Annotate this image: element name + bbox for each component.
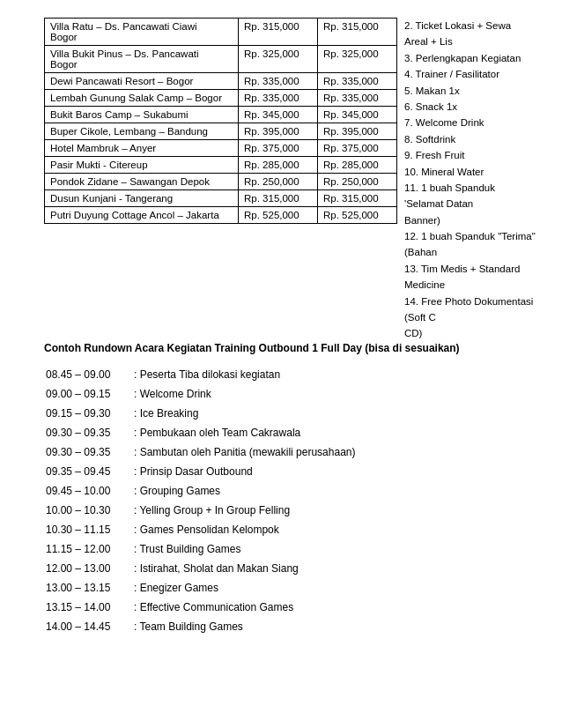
schedule-row: 09.30 – 09.35: Sambutan oleh Panitia (me… [44, 442, 536, 462]
schedule-row: 13.15 – 14.00: Effective Communication G… [44, 598, 536, 617]
schedule-desc: : Grouping Games [132, 481, 536, 501]
price-col-2: Rp. 325,000 [318, 46, 397, 73]
note-item: 12. 1 buah Spanduk "Terima" (Bahan [404, 228, 536, 261]
schedule-desc: : Istirahat, Sholat dan Makan Siang [132, 559, 536, 578]
table-row: Bukit Baros Camp – SukabumiRp. 345,000Rp… [45, 107, 397, 123]
schedule-time: 09.30 – 09.35 [44, 442, 132, 462]
price-table: Villa Ratu – Ds. Pancawati CiawiBogorRp.… [44, 18, 397, 224]
venue-name: Pasir Mukti - Citereup [45, 157, 239, 174]
schedule-desc: : Ice Breaking [132, 404, 536, 423]
price-col-2: Rp. 395,000 [318, 123, 397, 140]
schedule-row: 09.00 – 09.15: Welcome Drink [44, 384, 536, 404]
price-col-1: Rp. 335,000 [239, 73, 318, 90]
price-col-1: Rp. 345,000 [239, 107, 318, 123]
venue-name: Putri Duyung Cottage Ancol – Jakarta [45, 207, 239, 224]
table-wrapper: Villa Ratu – Ds. Pancawati CiawiBogorRp.… [44, 18, 397, 240]
price-col-1: Rp. 285,000 [239, 157, 318, 174]
schedule-time: 12.00 – 13.00 [44, 559, 132, 578]
note-item: Banner) [404, 212, 536, 228]
price-col-1: Rp. 395,000 [239, 123, 318, 140]
page-wrapper: Villa Ratu – Ds. Pancawati CiawiBogorRp.… [44, 18, 536, 636]
schedule-table: 08.45 – 09.00: Peserta Tiba dilokasi keg… [44, 365, 536, 636]
schedule-row: 13.00 – 13.15: Enegizer Games [44, 578, 536, 598]
schedule-time: 09.00 – 09.15 [44, 384, 132, 404]
schedule-desc: : Enegizer Games [132, 578, 536, 598]
venue-name: Bukit Baros Camp – Sukabumi [45, 107, 239, 123]
table-row: Pondok Zidane – Sawangan DepokRp. 250,00… [45, 174, 397, 190]
schedule-time: 13.15 – 14.00 [44, 598, 132, 617]
schedule-time: 10.30 – 11.15 [44, 520, 132, 539]
note-item: 13. Tim Medis + Standard Medicine [404, 261, 536, 293]
schedule-row: 08.45 – 09.00: Peserta Tiba dilokasi keg… [44, 365, 536, 384]
table-row: Dusun Kunjani - TangerangRp. 315,000Rp. … [45, 190, 397, 207]
note-item: 4. Trainer / Fasilitator [404, 66, 536, 82]
notes-list: 2. Ticket Lokasi + Sewa Areal + Lis3. Pe… [404, 18, 536, 342]
price-col-2: Rp. 315,000 [318, 19, 397, 46]
price-col-2: Rp. 285,000 [318, 157, 397, 174]
price-col-1: Rp. 315,000 [239, 19, 318, 46]
table-row: Pasir Mukti - CitereupRp. 285,000Rp. 285… [45, 157, 397, 174]
schedule-desc: : Prinsip Dasar Outbound [132, 462, 536, 481]
price-col-2: Rp. 315,000 [318, 190, 397, 207]
table-row: Buper Cikole, Lembang – BandungRp. 395,0… [45, 123, 397, 140]
note-item: 2. Ticket Lokasi + Sewa Areal + Lis [404, 18, 536, 50]
schedule-desc: : Games Pensolidan Kelompok [132, 520, 536, 539]
schedule-row: 12.00 – 13.00: Istirahat, Sholat dan Mak… [44, 559, 536, 578]
schedule-desc: : Yelling Group + In Group Felling [132, 501, 536, 520]
price-col-2: Rp. 250,000 [318, 174, 397, 190]
venue-name: Pondok Zidane – Sawangan Depok [45, 174, 239, 190]
schedule-desc: : Welcome Drink [132, 384, 536, 404]
schedule-desc: : Team Building Games [132, 617, 536, 636]
price-col-2: Rp. 525,000 [318, 207, 397, 224]
price-col-2: Rp. 345,000 [318, 107, 397, 123]
venue-name: Buper Cikole, Lembang – Bandung [45, 123, 239, 140]
price-col-2: Rp. 335,000 [318, 73, 397, 90]
venue-name: Dusun Kunjani - Tangerang [45, 190, 239, 207]
venue-name: Villa Bukit Pinus – Ds. PancawatiBogor [45, 46, 239, 73]
venue-name: Dewi Pancawati Resort – Bogor [45, 73, 239, 90]
note-item: 8. Softdrink [404, 131, 536, 147]
price-col-2: Rp. 335,000 [318, 90, 397, 107]
schedule-row: 09.30 – 09.35: Pembukaan oleh Team Cakra… [44, 423, 536, 442]
schedule-desc: : Sambutan oleh Panitia (mewakili perusa… [132, 442, 536, 462]
schedule-row: 14.00 – 14.45: Team Building Games [44, 617, 536, 636]
note-item: 9. Fresh Fruit [404, 147, 536, 163]
table-row: Hotel Mambruk – AnyerRp. 375,000Rp. 375,… [45, 140, 397, 157]
schedule-time: 13.00 – 13.15 [44, 578, 132, 598]
section-title: Contoh Rundown Acara Kegiatan Training O… [44, 342, 536, 354]
schedule-desc: : Pembukaan oleh Team Cakrawala [132, 423, 536, 442]
table-row: Dewi Pancawati Resort – BogorRp. 335,000… [45, 73, 397, 90]
schedule-row: 11.15 – 12.00: Trust Building Games [44, 539, 536, 559]
note-item: 7. Welcome Drink [404, 115, 536, 130]
note-item: 6. Snack 1x [404, 99, 536, 115]
note-item: 14. Free Photo Dokumentasi (Soft C [404, 293, 536, 326]
venue-name: Lembah Gunung Salak Camp – Bogor [45, 90, 239, 107]
price-col-1: Rp. 525,000 [239, 207, 318, 224]
schedule-desc: : Trust Building Games [132, 539, 536, 559]
price-col-1: Rp. 335,000 [239, 90, 318, 107]
schedule-time: 11.15 – 12.00 [44, 539, 132, 559]
note-item: CD) [404, 325, 536, 341]
schedule-time: 08.45 – 09.00 [44, 365, 132, 384]
price-col-2: Rp. 375,000 [318, 140, 397, 157]
table-row: Villa Bukit Pinus – Ds. PancawatiBogorRp… [45, 46, 397, 73]
note-item: 10. Mineral Water [404, 164, 536, 180]
schedule-row: 10.00 – 10.30: Yelling Group + In Group … [44, 501, 536, 520]
schedule-time: 09.35 – 09.45 [44, 462, 132, 481]
table-row: Villa Ratu – Ds. Pancawati CiawiBogorRp.… [45, 19, 397, 46]
price-col-1: Rp. 325,000 [239, 46, 318, 73]
schedule-desc: : Peserta Tiba dilokasi kegiatan [132, 365, 536, 384]
schedule-time: 09.15 – 09.30 [44, 404, 132, 423]
schedule-time: 09.45 – 10.00 [44, 481, 132, 501]
price-col-1: Rp. 375,000 [239, 140, 318, 157]
note-item: 3. Perlengkapan Kegiatan [404, 50, 536, 66]
venue-name: Villa Ratu – Ds. Pancawati CiawiBogor [45, 19, 239, 46]
table-row: Lembah Gunung Salak Camp – BogorRp. 335,… [45, 90, 397, 107]
price-col-1: Rp. 315,000 [239, 190, 318, 207]
price-col-1: Rp. 250,000 [239, 174, 318, 190]
venue-name: Hotel Mambruk – Anyer [45, 140, 239, 157]
schedule-time: 09.30 – 09.35 [44, 423, 132, 442]
top-section: Villa Ratu – Ds. Pancawati CiawiBogorRp.… [44, 18, 536, 342]
schedule-section: Contoh Rundown Acara Kegiatan Training O… [44, 342, 536, 636]
schedule-row: 09.45 – 10.00: Grouping Games [44, 481, 536, 501]
